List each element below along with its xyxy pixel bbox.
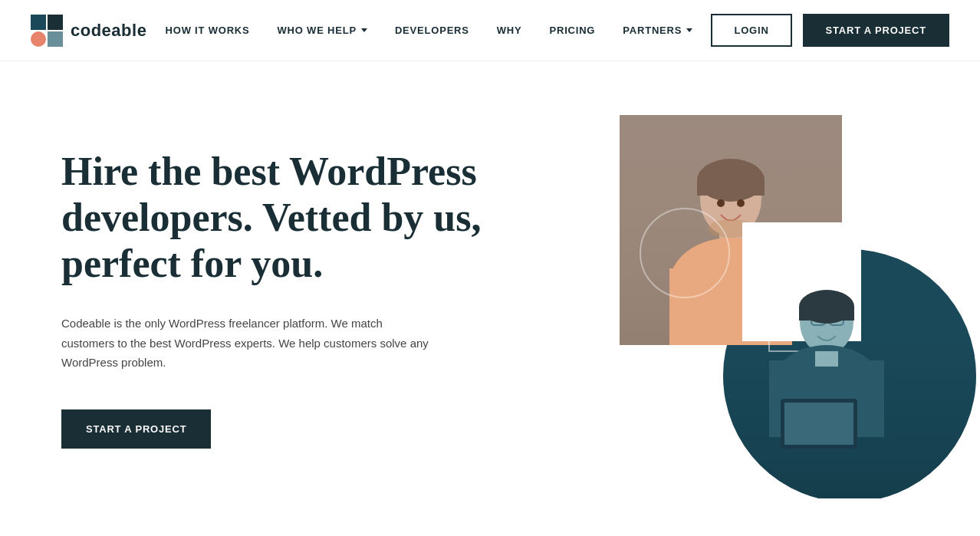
hero-content: Hire the best WordPress developers. Vett… [61, 149, 483, 449]
nav-link-developers[interactable]: DEVELOPERS [395, 25, 469, 36]
svg-rect-32 [784, 403, 853, 445]
nav-item-who-we-help[interactable]: WHO WE HELP [278, 25, 367, 36]
svg-point-2 [31, 31, 46, 47]
svg-point-16 [717, 199, 725, 207]
chevron-down-icon [686, 28, 692, 32]
brand-name: codeable [71, 21, 146, 41]
chevron-down-icon [361, 28, 367, 32]
hero-heading: Hire the best WordPress developers. Vett… [61, 149, 483, 286]
login-button[interactable]: LOGIN [711, 14, 791, 47]
nav-links: HOW IT WORKS WHO WE HELP DEVELOPERS WHY … [166, 25, 693, 36]
nav-link-why[interactable]: WHY [497, 25, 522, 36]
svg-rect-12 [697, 180, 765, 196]
hero-visual [574, 100, 980, 498]
nav-item-pricing[interactable]: PRICING [550, 25, 596, 36]
nav-link-partners[interactable]: PARTNERS [623, 25, 692, 36]
nav-link-who-we-help[interactable]: WHO WE HELP [278, 25, 367, 36]
hero-section: Hire the best WordPress developers. Vett… [0, 61, 980, 536]
nav-actions: LOGIN START A PROJECT [711, 14, 949, 47]
svg-rect-3 [48, 31, 63, 47]
logo-icon [31, 15, 63, 47]
nav-item-how-it-works[interactable]: HOW IT WORKS [166, 25, 250, 36]
hero-illustration [574, 100, 980, 498]
start-project-hero-button[interactable]: START A PROJECT [61, 409, 211, 449]
svg-point-17 [737, 199, 745, 207]
nav-link-pricing[interactable]: PRICING [550, 25, 596, 36]
navbar: codeable HOW IT WORKS WHO WE HELP DEVELO… [0, 0, 980, 61]
svg-rect-30 [815, 351, 838, 367]
start-project-nav-button[interactable]: START A PROJECT [803, 14, 949, 47]
logo-link[interactable]: codeable [31, 15, 146, 47]
svg-rect-1 [48, 15, 63, 30]
nav-item-developers[interactable]: DEVELOPERS [395, 25, 469, 36]
svg-rect-27 [799, 307, 854, 321]
nav-item-partners[interactable]: PARTNERS [623, 25, 692, 36]
svg-rect-0 [31, 15, 46, 30]
nav-item-why[interactable]: WHY [497, 25, 522, 36]
nav-link-how-it-works[interactable]: HOW IT WORKS [166, 25, 250, 36]
hero-subtext: Codeable is the only WordPress freelance… [61, 314, 429, 373]
